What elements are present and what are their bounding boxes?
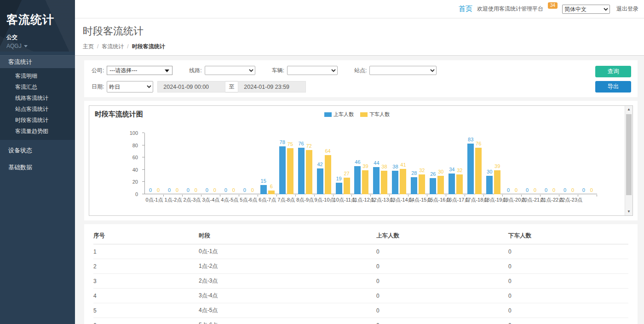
chart-x-tick-label: 7点-8点 [277, 197, 296, 203]
vehicle-select[interactable] [287, 66, 338, 75]
chart-x-tick-label: 19点-20点 [503, 197, 522, 203]
breadcrumb-current: 时段客流统计 [132, 43, 165, 50]
chart-bar-上车人数 [298, 148, 305, 194]
chart-value-label: 41 [400, 162, 406, 168]
legend-item-boarding[interactable]: 上车人数 [324, 111, 354, 118]
chart-category-group: 343216点-17点 [446, 133, 465, 194]
chart-value-label: 78 [279, 139, 286, 145]
sidebar-item-label: 客流量趋势图 [15, 128, 48, 134]
chart-value-label: 0 [223, 187, 229, 193]
sidebar-item-label: 站点客流统计 [15, 106, 48, 112]
chart-x-tick-label: 8点-9点 [296, 197, 315, 203]
language-select[interactable]: 简体中文 [562, 5, 610, 14]
legend-item-alighting[interactable]: 下车人数 [360, 111, 390, 118]
sidebar-item-station-stats[interactable]: 站点客流统计 [0, 104, 75, 115]
date-range-separator: 至 [225, 81, 238, 93]
sidebar-item-line-stats[interactable]: 线路客流统计 [0, 93, 75, 104]
chart-value-label: 0 [581, 187, 587, 193]
home-link[interactable]: 首页 [459, 5, 472, 13]
table-cell: 0 [376, 318, 508, 324]
chart-x-tick-label: 11点-12点 [352, 197, 371, 203]
chart-bar-上车人数 [279, 146, 286, 194]
line-select[interactable] [205, 66, 255, 75]
table-cell: 0 [508, 259, 628, 274]
sidebar-item-label: 客流明细 [15, 73, 37, 79]
chart-bar-上车人数 [317, 168, 323, 194]
legend-label: 上车人数 [334, 111, 354, 118]
main-area: 首页 欢迎使用客流统计管理平台 34 简体中文 退出登录 时段客流统计 主页/客… [75, 0, 644, 324]
sidebar-item-passenger-detail[interactable]: 客流明细 [0, 70, 75, 81]
chart-value-label: 15 [260, 178, 267, 184]
export-button[interactable]: 导出 [595, 81, 631, 93]
chart-value-label: 0 [147, 187, 154, 193]
chart-bar-下车人数 [287, 148, 293, 194]
table-row: 65点-6点00 [93, 318, 628, 324]
org-label: 公交 [6, 34, 69, 41]
chart-value-label: 34 [448, 167, 455, 172]
table-cell: 4 [93, 289, 199, 303]
column-header-index: 序号 [93, 227, 199, 244]
date-preset-select[interactable]: 昨日 [107, 81, 153, 93]
chart-category-group: 0022点-23点 [559, 133, 578, 194]
user-dropdown[interactable]: AQGJ [6, 43, 69, 49]
table-cell: 1 [93, 244, 199, 259]
chart-bar-下车人数 [362, 170, 368, 194]
chart-legend: 上车人数 下车人数 [89, 111, 625, 118]
date-end-input[interactable] [238, 81, 306, 93]
table-row: 21点-2点00 [93, 259, 628, 274]
chart-value-label: 32 [419, 168, 425, 173]
chart-value-label: 0 [193, 187, 199, 193]
chart-category-group: 001点-2点 [164, 133, 183, 194]
sidebar-item-device-status[interactable]: 设备状态 [0, 144, 75, 157]
station-select[interactable] [369, 66, 437, 75]
search-button[interactable]: 查询 [595, 66, 631, 77]
scrollbar-up-arrow-icon[interactable]: ▲ [625, 106, 632, 113]
chart-value-label: 0 [551, 187, 557, 193]
chart-value-label: 64 [325, 148, 331, 154]
breadcrumb-home[interactable]: 主页 [83, 43, 94, 50]
sidebar-item-passenger-summary[interactable]: 客流汇总 [0, 81, 75, 93]
scrollbar-thumb[interactable] [626, 114, 632, 195]
chart-value-label: 0 [569, 187, 576, 193]
legend-label: 下车人数 [369, 111, 390, 118]
sidebar-item-trend-chart[interactable]: 客流量趋势图 [0, 126, 75, 137]
chart-scrollbar[interactable]: ▲ ▼ [625, 106, 632, 215]
company-select-value: ---请选择--- [107, 66, 172, 75]
breadcrumb-passenger-stats[interactable]: 客流统计 [102, 43, 124, 50]
table-cell: 1点-2点 [199, 259, 376, 274]
table-row: 54点-5点00 [93, 303, 628, 318]
chart-value-label: 0 [204, 187, 210, 193]
logout-link[interactable]: 退出登录 [616, 5, 638, 13]
chart-bar-下车人数 [437, 176, 444, 194]
chart-x-tick-label: 20点-21点 [522, 197, 540, 203]
chart-value-label: 46 [354, 159, 361, 165]
chart-category-group: 002点-3点 [183, 133, 201, 194]
scrollbar-down-arrow-icon[interactable]: ▼ [625, 208, 632, 215]
table-cell: 4点-5点 [199, 303, 376, 318]
chart-bar-下车人数 [344, 178, 350, 194]
column-header-alighting: 下车人数 [508, 227, 628, 244]
chart-value-label: 38 [381, 164, 387, 169]
chart-category-group: 192710点-11点 [334, 133, 352, 194]
chart-y-tick-label: 40 [120, 167, 138, 173]
chart-value-label: 32 [456, 168, 463, 173]
sidebar-item-label: 设备状态 [8, 147, 32, 154]
content-area: 公司: ---请选择--- 线路: 车辆: 站点: 日期: 昨日 [75, 56, 644, 324]
chart-value-label: 26 [430, 171, 436, 177]
chart-bar-下车人数 [400, 169, 406, 194]
brand-area: 客流统计 公交 AQGJ [0, 0, 75, 52]
chart-x-tick-label: 17点-18点 [465, 197, 484, 203]
table-cell: 0 [376, 289, 508, 303]
chart-container: 时段车流统计图 上车人数 下车人数 020406080100 000点-1点00… [89, 105, 633, 216]
company-select[interactable]: ---请选择--- [107, 66, 172, 75]
sidebar-item-base-data[interactable]: 基础数据 [0, 161, 75, 174]
station-label: 站点: [354, 67, 367, 75]
topbar: 首页 欢迎使用客流统计管理平台 34 简体中文 退出登录 [75, 0, 644, 18]
chart-x-tick-label: 14点-15点 [408, 197, 427, 203]
sidebar-item-label: 基础数据 [8, 164, 32, 171]
sidebar-item-period-stats[interactable]: 时段客流统计 [0, 115, 75, 126]
sidebar-item-passenger-stats[interactable]: 客流统计 [0, 55, 75, 68]
chart-bar-上车人数 [448, 174, 455, 194]
date-start-input[interactable] [157, 81, 225, 93]
sidebar-submenu: 客流明细 客流汇总 线路客流统计 站点客流统计 时段客流统计 客流量趋势图 [0, 68, 75, 140]
